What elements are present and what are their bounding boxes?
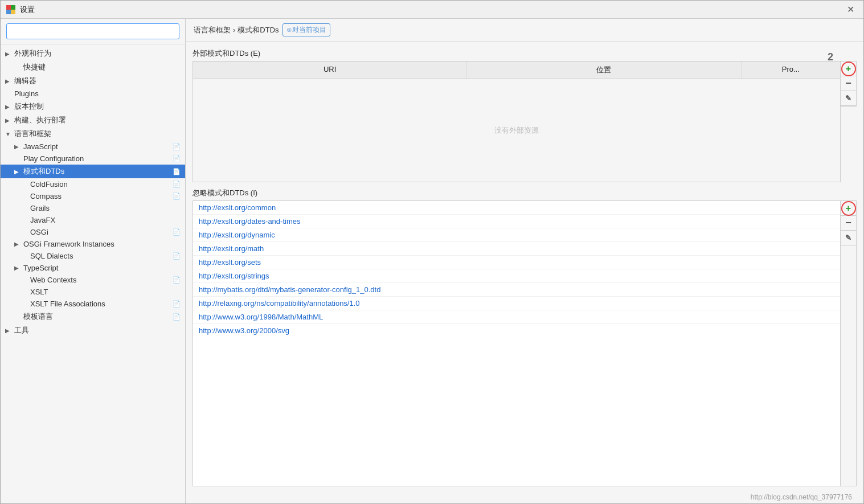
sidebar-item-sql[interactable]: SQL Dialects📄: [1, 250, 185, 262]
add-circle-highlight-2: +: [841, 201, 856, 216]
add-icon-2[interactable]: +: [846, 203, 851, 214]
ignored-item-2[interactable]: http://exslt.org/dynamic: [193, 228, 840, 242]
tree-label-xslt-file: XSLT File Associations: [30, 300, 170, 308]
tree-arrow-appearance: ▶: [5, 51, 12, 57]
sidebar-item-web-ctx[interactable]: Web Contexts📄: [1, 274, 185, 286]
tree-label-web-ctx: Web Contexts: [30, 276, 170, 284]
window-title: 设置: [20, 5, 35, 15]
search-box: [1, 19, 185, 44]
sidebar-item-build[interactable]: ▶构建、执行部署: [1, 113, 185, 127]
ignored-item-1[interactable]: http://exslt.org/dates-and-times: [193, 215, 840, 228]
right-panel: 语言和框架 › 模式和DTDs ⊙对当前项目 外部模式和DTDs (E) URI: [186, 19, 863, 503]
tree-arrow-typescript: ▶: [14, 265, 21, 271]
tree-label-plugins: Plugins: [14, 89, 181, 98]
tree-arrow-tools: ▶: [5, 327, 12, 334]
col-header-uri: URI: [193, 62, 467, 79]
ignored-item-3[interactable]: http://exslt.org/math: [193, 242, 840, 256]
tree-label-shortcuts: 快捷键: [23, 62, 181, 72]
tree-arrow-schemas: ▶: [14, 169, 21, 175]
panel-body: 外部模式和DTDs (E) URI 位置 Pro... 没有外部资源: [186, 42, 863, 491]
ignored-item-7[interactable]: http://relaxng.org/ns/compatibility/anno…: [193, 297, 840, 310]
tree-label-editor: 编辑器: [14, 76, 181, 86]
svg-rect-3: [11, 10, 15, 14]
app-icon: [6, 5, 15, 14]
tree-label-grails: Grails: [30, 204, 181, 212]
tree-label-compass: Compass: [30, 192, 170, 200]
tree-label-tools: 工具: [14, 325, 181, 335]
add-circle-highlight: +: [841, 62, 856, 76]
external-section-label: 外部模式和DTDs (E): [193, 45, 857, 61]
sidebar-item-tools[interactable]: ▶工具: [1, 323, 185, 337]
sidebar-item-plugins[interactable]: Plugins: [1, 88, 185, 100]
sidebar-item-compass[interactable]: Compass📄: [1, 190, 185, 202]
sidebar-item-vcs[interactable]: ▶版本控制: [1, 100, 185, 113]
sidebar-item-javafx[interactable]: JavaFX: [1, 214, 185, 226]
copy-icon-coldfusion: 📄: [173, 181, 181, 188]
copy-icon-osgi: 📄: [173, 228, 181, 236]
tree-label-osgi-fw: OSGi Framework Instances: [23, 240, 181, 248]
ignored-remove-button[interactable]: −: [841, 216, 856, 231]
tree-label-typescript: TypeScript: [23, 264, 181, 272]
sidebar-item-osgi-fw[interactable]: ▶OSGi Framework Instances: [1, 238, 185, 250]
panel-header: 语言和框架 › 模式和DTDs ⊙对当前项目: [186, 19, 863, 42]
copy-icon-template: 📄: [173, 313, 181, 321]
external-remove-button[interactable]: −: [841, 76, 856, 91]
tree-arrow-editor: ▶: [5, 78, 12, 84]
ignored-item-9[interactable]: http://www.w3.org/2000/svg: [193, 324, 840, 337]
ignored-item-8[interactable]: http://www.w3.org/1998/Math/MathML: [193, 310, 840, 324]
external-table-container: URI 位置 Pro... 没有外部资源: [193, 61, 841, 182]
current-project-button[interactable]: ⊙对当前项目: [282, 23, 330, 36]
sidebar-item-lang[interactable]: ▼语言和框架: [1, 127, 185, 141]
svg-rect-0: [6, 5, 11, 10]
breadcrumb-part1: 语言和框架: [194, 25, 231, 35]
sidebar-item-osgi[interactable]: OSGi📄: [1, 226, 185, 238]
tree-arrow-javascript: ▶: [14, 144, 21, 150]
copy-icon-play: 📄: [173, 155, 181, 162]
add-icon[interactable]: +: [846, 64, 851, 74]
ignored-toolbar: + − ✎: [841, 200, 857, 486]
ignored-item-6[interactable]: http://mybatis.org/dtd/mybatis-generator…: [193, 283, 840, 297]
external-toolbar: + − ✎: [841, 61, 857, 106]
sidebar-item-coldfusion[interactable]: ColdFusion📄: [1, 178, 185, 190]
close-button[interactable]: ✕: [843, 3, 858, 16]
sidebar-item-play[interactable]: Play Configuration📄: [1, 153, 185, 165]
sidebar-item-xslt-file[interactable]: XSLT File Associations📄: [1, 298, 185, 310]
tree-label-javafx: JavaFX: [30, 216, 181, 224]
ignored-edit-button[interactable]: ✎: [841, 231, 856, 245]
external-section-wrap: 外部模式和DTDs (E) URI 位置 Pro... 没有外部资源: [186, 42, 863, 185]
external-add-button[interactable]: +: [841, 62, 856, 76]
sidebar-item-shortcuts[interactable]: 快捷键: [1, 60, 185, 74]
ignored-item-5[interactable]: http://exslt.org/strings: [193, 269, 840, 283]
minus-icon: −: [845, 77, 851, 89]
footer-link: http://blog.csdn.net/qq_37977176: [186, 491, 863, 503]
sidebar-item-grails[interactable]: Grails: [1, 202, 185, 214]
search-input[interactable]: [6, 23, 179, 39]
pencil-icon: ✎: [845, 94, 851, 103]
copy-icon-schemas: 📄: [173, 168, 181, 175]
breadcrumb-part2: 模式和DTDs: [238, 25, 279, 35]
ignored-item-4[interactable]: http://exslt.org/sets: [193, 256, 840, 269]
external-empty-msg: 没有外部资源: [193, 79, 840, 182]
ignored-add-button[interactable]: +: [841, 201, 856, 216]
tree-label-play: Play Configuration: [23, 154, 170, 163]
copy-icon-sql: 📄: [173, 252, 181, 260]
tree-label-sql: SQL Dialects: [30, 252, 170, 260]
ignored-item-0[interactable]: http://exslt.org/common: [193, 201, 840, 215]
copy-icon-web-ctx: 📄: [173, 276, 181, 284]
sidebar-item-appearance[interactable]: ▶外观和行为: [1, 47, 185, 60]
sidebar-item-editor[interactable]: ▶编辑器: [1, 74, 185, 88]
svg-rect-2: [6, 10, 11, 14]
tree-arrow-osgi-fw: ▶: [14, 241, 21, 247]
sidebar-item-typescript[interactable]: ▶TypeScript: [1, 262, 185, 274]
tree-label-coldfusion: ColdFusion: [30, 180, 170, 189]
sidebar-item-xslt[interactable]: XSLT: [1, 286, 185, 298]
title-bar: 设置 ✕: [1, 1, 863, 19]
sidebar-item-javascript[interactable]: ▶JavaScript📄: [1, 141, 185, 153]
sidebar-item-template[interactable]: 模板语言📄: [1, 310, 185, 323]
external-edit-button[interactable]: ✎: [841, 91, 856, 106]
tree-label-javascript: JavaScript: [23, 142, 170, 151]
tree-arrow-lang: ▼: [5, 131, 12, 137]
sidebar-item-schemas[interactable]: ▶模式和DTDs📄: [1, 165, 185, 178]
breadcrumb: 语言和框架 › 模式和DTDs: [194, 25, 279, 35]
copy-icon-javascript: 📄: [173, 143, 181, 150]
